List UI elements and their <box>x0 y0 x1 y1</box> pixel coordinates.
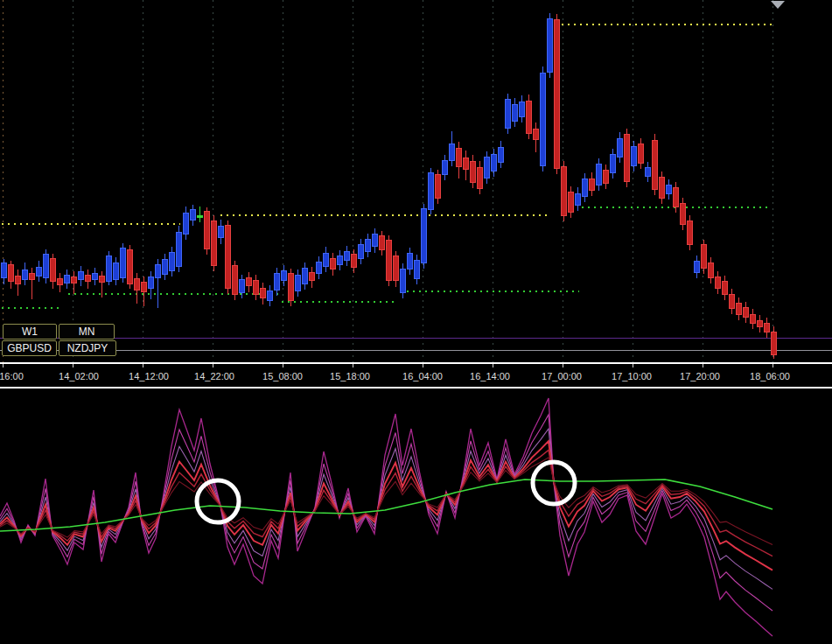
candle-body <box>547 18 553 73</box>
time-label: 15_18:00 <box>330 371 370 382</box>
axis-tick <box>73 364 73 368</box>
candle-body <box>470 161 476 183</box>
time-label: 15_08:00 <box>262 371 303 382</box>
candle-body <box>302 268 308 284</box>
candle-body <box>505 99 511 129</box>
candle-body <box>169 252 175 271</box>
candle-body <box>603 170 609 184</box>
candle-body <box>386 240 392 281</box>
candle-body <box>372 234 378 247</box>
candle-body <box>36 267 42 276</box>
candle-body <box>617 138 623 158</box>
grid-line <box>283 0 283 362</box>
symbol-button-nzdjpy[interactable]: NZDJPY <box>59 340 116 356</box>
candle-body <box>722 281 728 295</box>
candle-body <box>729 294 735 309</box>
axis-tick <box>353 364 353 368</box>
time-label: 17_00:00 <box>542 371 582 382</box>
candle-body <box>211 220 217 266</box>
axis-tick <box>213 364 213 368</box>
support-dotted-line <box>68 293 282 295</box>
candle-body <box>141 282 147 292</box>
candle-body <box>407 253 413 270</box>
axis-tick <box>703 364 703 368</box>
symbol-button-gbpusd[interactable]: GBPUSD <box>2 340 57 356</box>
candle-body <box>456 148 462 167</box>
candle-body <box>694 261 700 273</box>
support-dotted-line <box>282 301 398 303</box>
candle-body <box>449 144 455 161</box>
candle-body <box>477 167 483 189</box>
candle-body <box>701 244 707 269</box>
candle-body <box>568 192 574 213</box>
candle-body <box>1 262 7 278</box>
candle-body <box>106 256 112 282</box>
candle-body <box>232 265 238 295</box>
candle-body <box>379 235 385 250</box>
grid-line <box>703 0 703 362</box>
candle-body <box>624 134 630 182</box>
candle-body <box>750 314 756 324</box>
candle-body <box>757 320 763 327</box>
grid-line <box>213 0 213 362</box>
candle-body <box>540 73 546 166</box>
candle-body <box>673 187 679 207</box>
candle-body <box>127 249 133 284</box>
candle-body <box>267 290 273 301</box>
time-label: 17_20:00 <box>680 371 720 382</box>
timeframe-button-w1[interactable]: W1 <box>3 324 57 340</box>
timeframe-button-mn[interactable]: MN <box>59 324 115 340</box>
candle-body <box>561 166 567 216</box>
resistance-dotted-line <box>220 214 551 216</box>
candle-body <box>134 278 140 290</box>
grid-line <box>353 0 353 362</box>
candle-body <box>666 185 672 194</box>
axis-tick <box>493 364 493 368</box>
candle-body <box>484 157 490 178</box>
support-dotted-line <box>401 290 579 292</box>
candle-body <box>680 203 686 225</box>
candle-body <box>582 178 588 197</box>
candle-body <box>113 262 119 280</box>
candle-body <box>575 193 581 206</box>
resistance-dotted-line <box>2 223 180 225</box>
axis-tick <box>283 364 283 368</box>
chart-window: 16:00 14_02:00 14_12:00 14_22:00 15_08:0… <box>0 0 832 644</box>
candle-body <box>120 248 126 278</box>
candle-body <box>631 146 637 166</box>
candle-body <box>358 244 364 259</box>
grid-line <box>143 0 143 362</box>
time-axis[interactable]: 16:00 14_02:00 14_12:00 14_22:00 15_08:0… <box>0 362 832 388</box>
candle-body <box>736 303 742 315</box>
candle-body <box>57 278 63 285</box>
price-pane[interactable] <box>0 0 832 362</box>
candle-body <box>15 276 21 284</box>
grid-line <box>493 0 493 362</box>
candle-body <box>498 147 504 163</box>
candle-body <box>78 271 84 280</box>
candle-body <box>176 232 182 267</box>
oscillator-chart <box>0 388 832 644</box>
axis-tick <box>773 364 773 368</box>
candle-body <box>309 272 315 281</box>
candle-body <box>771 332 777 355</box>
oscillator-ribbon-line <box>0 429 773 590</box>
candle-body <box>50 258 56 282</box>
candle-body <box>260 288 266 298</box>
candle-body <box>92 273 98 280</box>
time-label: 16_14:00 <box>470 371 510 382</box>
grid-line <box>773 0 773 362</box>
indicator-pane[interactable] <box>0 388 832 644</box>
candle-body <box>295 275 301 291</box>
candle-body <box>365 239 371 252</box>
candle-body <box>274 273 280 290</box>
candle-body <box>197 215 203 218</box>
time-label: 17_10:00 <box>612 371 652 382</box>
candle-body <box>148 276 154 289</box>
resistance-dotted-line <box>562 24 773 25</box>
candle-body <box>645 167 651 177</box>
candle-body <box>85 275 91 282</box>
axis-tick <box>143 364 143 368</box>
candle-body <box>596 164 602 186</box>
grid-line <box>633 0 633 362</box>
